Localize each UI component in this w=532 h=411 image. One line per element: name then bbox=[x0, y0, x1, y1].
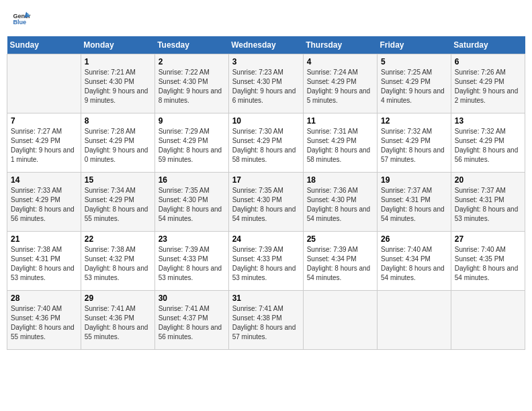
day-info: Sunrise: 7:32 AMSunset: 4:29 PMDaylight:… bbox=[455, 127, 521, 165]
day-number: 4 bbox=[307, 57, 373, 66]
calendar-body: 1 Sunrise: 7:21 AMSunset: 4:30 PMDayligh… bbox=[7, 54, 525, 350]
calendar-cell: 24 Sunrise: 7:39 AMSunset: 4:33 PMDaylig… bbox=[228, 232, 303, 291]
day-info: Sunrise: 7:21 AMSunset: 4:30 PMDaylight:… bbox=[85, 68, 151, 105]
calendar-cell: 3 Sunrise: 7:23 AMSunset: 4:30 PMDayligh… bbox=[228, 54, 303, 113]
calendar-cell: 17 Sunrise: 7:35 AMSunset: 4:30 PMDaylig… bbox=[228, 173, 303, 232]
calendar-cell: 7 Sunrise: 7:27 AMSunset: 4:29 PMDayligh… bbox=[7, 113, 81, 173]
calendar-cell: 26 Sunrise: 7:40 AMSunset: 4:34 PMDaylig… bbox=[378, 232, 451, 291]
week-row-1: 1 Sunrise: 7:21 AMSunset: 4:30 PMDayligh… bbox=[7, 54, 525, 113]
day-info: Sunrise: 7:31 AMSunset: 4:29 PMDaylight:… bbox=[307, 127, 373, 165]
calendar-cell: 14 Sunrise: 7:33 AMSunset: 4:29 PMDaylig… bbox=[7, 173, 81, 232]
day-number: 30 bbox=[159, 293, 225, 303]
calendar-cell: 11 Sunrise: 7:31 AMSunset: 4:29 PMDaylig… bbox=[303, 113, 377, 173]
calendar-cell: 15 Sunrise: 7:34 AMSunset: 4:29 PMDaylig… bbox=[81, 173, 154, 232]
day-info: Sunrise: 7:39 AMSunset: 4:33 PMDaylight:… bbox=[232, 245, 300, 283]
day-number: 28 bbox=[11, 293, 77, 303]
calendar-cell: 20 Sunrise: 7:37 AMSunset: 4:31 PMDaylig… bbox=[451, 173, 525, 232]
logo-icon: General Blue bbox=[12, 9, 31, 28]
calendar-cell: 10 Sunrise: 7:30 AMSunset: 4:29 PMDaylig… bbox=[228, 113, 303, 173]
calendar-cell: 22 Sunrise: 7:38 AMSunset: 4:32 PMDaylig… bbox=[81, 232, 154, 291]
day-info: Sunrise: 7:35 AMSunset: 4:30 PMDaylight:… bbox=[159, 186, 225, 224]
calendar-cell: 18 Sunrise: 7:36 AMSunset: 4:30 PMDaylig… bbox=[303, 173, 377, 232]
day-info: Sunrise: 7:40 AMSunset: 4:35 PMDaylight:… bbox=[455, 245, 521, 283]
calendar-cell bbox=[303, 291, 377, 350]
week-row-5: 28 Sunrise: 7:40 AMSunset: 4:36 PMDaylig… bbox=[7, 291, 525, 350]
day-info: Sunrise: 7:37 AMSunset: 4:31 PMDaylight:… bbox=[381, 186, 447, 224]
day-number: 21 bbox=[11, 234, 77, 244]
day-number: 9 bbox=[159, 116, 225, 126]
day-number: 31 bbox=[232, 293, 300, 303]
calendar-cell: 25 Sunrise: 7:39 AMSunset: 4:34 PMDaylig… bbox=[303, 232, 377, 291]
day-number: 10 bbox=[232, 116, 300, 126]
day-header-friday: Friday bbox=[378, 36, 451, 54]
day-number: 2 bbox=[159, 57, 225, 66]
calendar-cell bbox=[378, 291, 451, 350]
day-number: 7 bbox=[11, 116, 77, 126]
svg-text:Blue: Blue bbox=[13, 19, 26, 26]
day-header-saturday: Saturday bbox=[451, 36, 525, 54]
day-info: Sunrise: 7:38 AMSunset: 4:31 PMDaylight:… bbox=[11, 245, 77, 283]
day-info: Sunrise: 7:33 AMSunset: 4:29 PMDaylight:… bbox=[11, 186, 77, 224]
calendar-cell bbox=[451, 291, 525, 350]
day-header-monday: Monday bbox=[81, 36, 154, 54]
calendar-cell: 16 Sunrise: 7:35 AMSunset: 4:30 PMDaylig… bbox=[154, 173, 228, 232]
day-number: 22 bbox=[85, 234, 151, 244]
day-number: 19 bbox=[381, 175, 447, 185]
day-number: 11 bbox=[307, 116, 373, 126]
day-header-thursday: Thursday bbox=[303, 36, 377, 54]
day-info: Sunrise: 7:25 AMSunset: 4:29 PMDaylight:… bbox=[381, 68, 447, 105]
day-info: Sunrise: 7:23 AMSunset: 4:30 PMDaylight:… bbox=[232, 68, 300, 105]
day-number: 14 bbox=[11, 175, 77, 185]
calendar-cell: 19 Sunrise: 7:37 AMSunset: 4:31 PMDaylig… bbox=[378, 173, 451, 232]
calendar-cell: 31 Sunrise: 7:41 AMSunset: 4:38 PMDaylig… bbox=[228, 291, 303, 350]
day-info: Sunrise: 7:39 AMSunset: 4:34 PMDaylight:… bbox=[307, 245, 373, 283]
day-info: Sunrise: 7:37 AMSunset: 4:31 PMDaylight:… bbox=[455, 186, 521, 224]
calendar-cell bbox=[7, 54, 81, 113]
day-info: Sunrise: 7:22 AMSunset: 4:30 PMDaylight:… bbox=[159, 68, 225, 105]
calendar-cell: 23 Sunrise: 7:39 AMSunset: 4:33 PMDaylig… bbox=[154, 232, 228, 291]
day-info: Sunrise: 7:39 AMSunset: 4:33 PMDaylight:… bbox=[159, 245, 225, 283]
page-header: General Blue bbox=[7, 7, 525, 31]
day-info: Sunrise: 7:38 AMSunset: 4:32 PMDaylight:… bbox=[85, 245, 151, 283]
calendar-cell: 2 Sunrise: 7:22 AMSunset: 4:30 PMDayligh… bbox=[154, 54, 228, 113]
day-info: Sunrise: 7:30 AMSunset: 4:29 PMDaylight:… bbox=[232, 127, 300, 165]
week-row-2: 7 Sunrise: 7:27 AMSunset: 4:29 PMDayligh… bbox=[7, 113, 525, 173]
day-info: Sunrise: 7:41 AMSunset: 4:38 PMDaylight:… bbox=[232, 304, 300, 342]
day-number: 25 bbox=[307, 234, 373, 244]
calendar-cell: 30 Sunrise: 7:41 AMSunset: 4:37 PMDaylig… bbox=[154, 291, 228, 350]
day-number: 13 bbox=[455, 116, 521, 126]
calendar-cell: 5 Sunrise: 7:25 AMSunset: 4:29 PMDayligh… bbox=[378, 54, 451, 113]
day-info: Sunrise: 7:40 AMSunset: 4:36 PMDaylight:… bbox=[11, 304, 77, 342]
calendar-cell: 12 Sunrise: 7:32 AMSunset: 4:29 PMDaylig… bbox=[378, 113, 451, 173]
day-info: Sunrise: 7:36 AMSunset: 4:30 PMDaylight:… bbox=[307, 186, 373, 224]
day-number: 29 bbox=[85, 293, 151, 303]
day-info: Sunrise: 7:32 AMSunset: 4:29 PMDaylight:… bbox=[381, 127, 447, 165]
day-info: Sunrise: 7:41 AMSunset: 4:36 PMDaylight:… bbox=[85, 304, 151, 342]
day-info: Sunrise: 7:41 AMSunset: 4:37 PMDaylight:… bbox=[159, 304, 225, 342]
calendar-cell: 27 Sunrise: 7:40 AMSunset: 4:35 PMDaylig… bbox=[451, 232, 525, 291]
day-info: Sunrise: 7:26 AMSunset: 4:29 PMDaylight:… bbox=[455, 68, 521, 105]
day-info: Sunrise: 7:34 AMSunset: 4:29 PMDaylight:… bbox=[85, 186, 151, 224]
week-row-3: 14 Sunrise: 7:33 AMSunset: 4:29 PMDaylig… bbox=[7, 173, 525, 232]
day-number: 26 bbox=[381, 234, 447, 244]
day-header-tuesday: Tuesday bbox=[154, 36, 228, 54]
calendar-cell: 6 Sunrise: 7:26 AMSunset: 4:29 PMDayligh… bbox=[451, 54, 525, 113]
calendar-cell: 13 Sunrise: 7:32 AMSunset: 4:29 PMDaylig… bbox=[451, 113, 525, 173]
day-number: 20 bbox=[455, 175, 521, 185]
week-row-4: 21 Sunrise: 7:38 AMSunset: 4:31 PMDaylig… bbox=[7, 232, 525, 291]
calendar-cell: 28 Sunrise: 7:40 AMSunset: 4:36 PMDaylig… bbox=[7, 291, 81, 350]
day-number: 17 bbox=[232, 175, 300, 185]
day-number: 24 bbox=[232, 234, 300, 244]
calendar-cell: 21 Sunrise: 7:38 AMSunset: 4:31 PMDaylig… bbox=[7, 232, 81, 291]
day-number: 8 bbox=[85, 116, 151, 126]
calendar-cell: 8 Sunrise: 7:28 AMSunset: 4:29 PMDayligh… bbox=[81, 113, 154, 173]
calendar-cell: 1 Sunrise: 7:21 AMSunset: 4:30 PMDayligh… bbox=[81, 54, 154, 113]
day-info: Sunrise: 7:24 AMSunset: 4:29 PMDaylight:… bbox=[307, 68, 373, 105]
calendar-header-row: SundayMondayTuesdayWednesdayThursdayFrid… bbox=[7, 36, 525, 54]
calendar-cell: 9 Sunrise: 7:29 AMSunset: 4:29 PMDayligh… bbox=[154, 113, 228, 173]
day-number: 16 bbox=[159, 175, 225, 185]
day-number: 3 bbox=[232, 57, 300, 66]
day-info: Sunrise: 7:29 AMSunset: 4:29 PMDaylight:… bbox=[159, 127, 225, 165]
day-number: 1 bbox=[85, 57, 151, 66]
calendar-table: SundayMondayTuesdayWednesdayThursdayFrid… bbox=[7, 36, 525, 350]
